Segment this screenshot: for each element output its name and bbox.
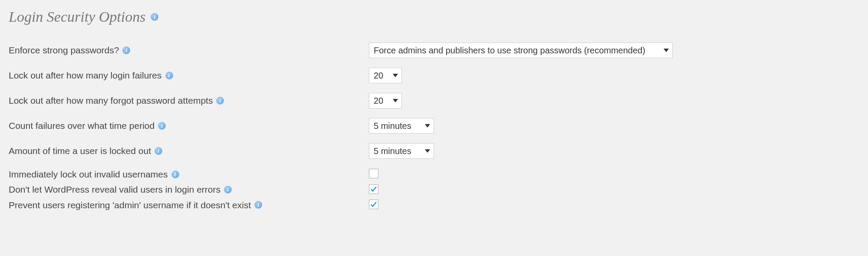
check-icon	[370, 185, 378, 193]
checkbox-lock-invalid[interactable]	[369, 169, 378, 178]
info-icon[interactable]	[216, 97, 224, 105]
control-enforce-strong: Force admins and publishers to use stron…	[369, 43, 859, 58]
check-icon	[370, 200, 378, 208]
checkbox-hide-valid-users[interactable]	[369, 184, 378, 194]
control-lockout-forgot: 20	[369, 93, 859, 108]
row-enforce-strong: Enforce strong passwords? Force admins a…	[9, 43, 859, 58]
section-title: Login Security Options	[9, 9, 859, 25]
row-lockout-failures: Lock out after how many login failures 2…	[9, 68, 859, 83]
label-text: Amount of time a user is locked out	[9, 145, 151, 157]
control-lock-invalid	[369, 169, 859, 180]
label-prevent-admin-username: Prevent users registering 'admin' userna…	[9, 199, 369, 211]
label-text: Lock out after how many forgot password …	[9, 95, 213, 106]
control-prevent-admin-username	[369, 200, 859, 210]
label-lock-invalid: Immediately lock out invalid usernames	[9, 168, 369, 180]
select-count-period[interactable]: 5 minutes	[369, 118, 434, 134]
info-icon[interactable]	[254, 201, 262, 209]
row-count-period: Count failures over what time period 5 m…	[9, 118, 859, 134]
label-text: Count failures over what time period	[9, 120, 155, 131]
label-text: Enforce strong passwords?	[9, 44, 119, 56]
label-lockout-time: Amount of time a user is locked out	[9, 145, 369, 157]
info-icon[interactable]	[122, 46, 130, 54]
label-count-period: Count failures over what time period	[9, 120, 369, 131]
row-lockout-time: Amount of time a user is locked out 5 mi…	[9, 143, 859, 159]
info-icon[interactable]	[224, 186, 232, 194]
label-hide-valid-users: Don't let WordPress reveal valid users i…	[9, 184, 369, 195]
label-text: Don't let WordPress reveal valid users i…	[9, 184, 220, 195]
label-lockout-forgot: Lock out after how many forgot password …	[9, 95, 369, 106]
info-icon[interactable]	[171, 171, 179, 178]
label-lockout-failures: Lock out after how many login failures	[9, 69, 369, 81]
row-lock-invalid: Immediately lock out invalid usernames	[9, 168, 859, 180]
control-count-period: 5 minutes	[369, 118, 859, 134]
section-title-text: Login Security Options	[9, 9, 145, 25]
info-icon[interactable]	[151, 13, 158, 21]
info-icon[interactable]	[158, 122, 166, 130]
control-lockout-time: 5 minutes	[369, 143, 859, 159]
label-text: Prevent users registering 'admin' userna…	[9, 199, 251, 211]
select-lockout-failures[interactable]: 20	[369, 68, 402, 83]
row-lockout-forgot: Lock out after how many forgot password …	[9, 93, 859, 108]
control-lockout-failures: 20	[369, 68, 859, 83]
info-icon[interactable]	[165, 72, 173, 79]
label-text: Lock out after how many login failures	[9, 69, 162, 81]
row-hide-valid-users: Don't let WordPress reveal valid users i…	[9, 184, 859, 195]
checkbox-prevent-admin-username[interactable]	[369, 200, 378, 209]
select-enforce-strong[interactable]: Force admins and publishers to use stron…	[369, 43, 673, 58]
select-lockout-forgot[interactable]: 20	[369, 93, 402, 108]
label-text: Immediately lock out invalid usernames	[9, 168, 168, 180]
info-icon[interactable]	[155, 147, 162, 155]
select-lockout-time[interactable]: 5 minutes	[369, 143, 434, 159]
control-hide-valid-users	[369, 184, 859, 195]
label-enforce-strong: Enforce strong passwords?	[9, 44, 369, 56]
row-prevent-admin-username: Prevent users registering 'admin' userna…	[9, 199, 859, 211]
